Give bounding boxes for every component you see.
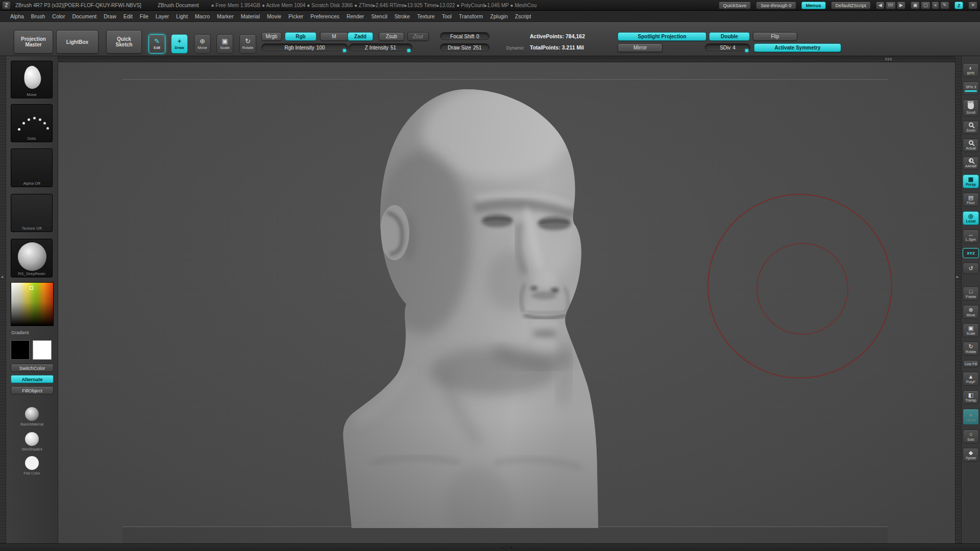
mirror-button[interactable]: Mirror — [618, 43, 663, 52]
polyf-button[interactable]: ▲ PolyF — [963, 372, 979, 386]
persp-button[interactable]: ▦ Persp — [963, 174, 979, 188]
menu-picker[interactable]: Picker — [288, 13, 303, 19]
menu-document[interactable]: Document — [72, 13, 96, 19]
current-material-thumbnail[interactable]: RS_GreyResin — [11, 239, 53, 278]
quick-sketch-button[interactable]: Quick Sketch — [106, 30, 142, 54]
color-picker-cursor[interactable] — [30, 286, 33, 290]
document-canvas[interactable]: ··· — [58, 62, 955, 543]
solo-button[interactable]: ○ Solo — [963, 430, 979, 443]
menu-movie[interactable]: Movie — [267, 13, 281, 19]
menu-file[interactable]: File — [140, 13, 149, 19]
actual-button[interactable]: Actual — [963, 139, 979, 152]
zcut-button[interactable]: Zcut — [407, 32, 429, 41]
basic-material-button[interactable] — [25, 407, 39, 421]
line-fill-button[interactable]: Line Fill — [963, 360, 979, 367]
menu-zplugin[interactable]: Zplugin — [490, 13, 507, 19]
rotate-view-button[interactable]: ↻ Rotate — [963, 342, 979, 356]
secondary-color-swatch[interactable] — [33, 340, 52, 360]
current-texture-thumbnail[interactable]: Texture Off — [11, 194, 53, 232]
menu-marker[interactable]: Marker — [217, 13, 234, 19]
menu-stencil[interactable]: Stencil — [371, 13, 387, 19]
rgb-intensity-slider[interactable]: Rgb Intensity 100 — [261, 43, 348, 52]
current-alpha-thumbnail[interactable]: Alpha Off — [11, 148, 53, 187]
right-tray-divider[interactable]: ▸ — [955, 56, 961, 543]
menu-brush[interactable]: Brush — [31, 13, 45, 19]
frame-button[interactable]: □ Frame — [963, 287, 979, 300]
menu-texture[interactable]: Texture — [417, 13, 434, 19]
dynamic-toggle[interactable]: Dynamic — [506, 45, 524, 51]
hscroll-handle[interactable] — [885, 57, 893, 61]
scroll-button[interactable]: Scroll — [963, 99, 979, 116]
spin-axis-button[interactable]: ↺ — [963, 263, 979, 274]
sdiv-handle[interactable] — [745, 49, 748, 52]
focal-shift-slider[interactable]: Focal Shift 0 — [440, 32, 489, 40]
scroll-down-icon[interactable]: ▼ — [505, 548, 508, 550]
scroll-left-icon[interactable]: ◄ — [500, 545, 504, 550]
switch-color-button[interactable]: SwitchColor — [11, 364, 54, 372]
menu-draw[interactable]: Draw — [104, 13, 116, 19]
gradient-label[interactable]: Gradient — [11, 330, 29, 335]
zscript-next-button[interactable]: ▶ — [897, 2, 905, 9]
menus-button[interactable]: Menus — [801, 2, 826, 9]
menu-light[interactable]: Light — [176, 13, 188, 19]
menu-alpha[interactable]: Alpha — [10, 13, 24, 19]
quicksave-button[interactable]: QuickSave — [719, 2, 751, 9]
edit-mode-button[interactable]: ✎ Edit — [149, 34, 165, 54]
menu-transform[interactable]: Transform — [459, 13, 483, 19]
left-tray-divider[interactable]: ◂ — [0, 56, 6, 543]
menu-render[interactable]: Render — [347, 13, 364, 19]
rgb-intensity-handle[interactable] — [343, 49, 346, 52]
palette-button[interactable]: ≡ — [932, 2, 939, 9]
doc-window-button[interactable]: ▣ — [911, 2, 920, 9]
menu-tool[interactable]: Tool — [442, 13, 452, 19]
lsym-button[interactable]: ↔ L.Sym — [963, 230, 979, 243]
document-scrollbar-horizontal[interactable] — [58, 56, 955, 62]
default-zscript-button[interactable]: DefaultZScript — [831, 2, 871, 9]
menu-material[interactable]: Material — [241, 13, 260, 19]
zscript-note-button[interactable]: !!!! — [886, 2, 896, 9]
close-button[interactable]: ✕ — [968, 2, 977, 9]
double-button[interactable]: Double — [709, 32, 750, 41]
rgb-button[interactable]: Rgb — [285, 32, 316, 41]
bpr-button[interactable]: ◐ BPR — [963, 63, 979, 77]
zbrush-corner-logo[interactable]: Z — [954, 2, 964, 9]
alternate-button[interactable]: Alternate — [11, 375, 54, 383]
xpose-button[interactable]: ◆ Xpose — [963, 448, 979, 462]
flip-button[interactable]: Flip — [753, 32, 797, 41]
scale-view-button[interactable]: ▣ Scale — [963, 323, 979, 337]
bottom-scrollbar[interactable]: ◄ ▲ ▼ ► — [0, 543, 980, 551]
draw-size-slider[interactable]: Draw Size 251 — [440, 43, 489, 52]
pen-button[interactable]: ✎ — [940, 2, 949, 9]
menu-macro[interactable]: Macro — [195, 13, 210, 19]
rotate-mode-button[interactable]: ↻ Rotate — [239, 34, 256, 54]
sdiv-slider[interactable]: SDiv 4 — [705, 43, 750, 52]
spotlight-projection-button[interactable]: Spotlight Projection — [618, 32, 706, 41]
mrgb-button[interactable]: Mrgb — [261, 32, 282, 41]
flat-color-material-button[interactable] — [25, 456, 39, 470]
activate-symmetry-button[interactable]: Activate Symmetry — [754, 43, 841, 52]
spix-slider[interactable]: SPix 3 — [963, 82, 979, 95]
zsub-button[interactable]: Zsub — [379, 32, 404, 41]
skinshade4-material-button[interactable] — [25, 432, 39, 446]
current-stroke-thumbnail[interactable]: Dots — [11, 104, 53, 142]
ghost-button[interactable]: ● Ghost — [963, 409, 979, 425]
local-button[interactable]: ◎ Local — [963, 211, 979, 225]
menu-zscript[interactable]: Zscript — [515, 13, 531, 19]
move-view-button[interactable]: ⊕ Move — [963, 305, 979, 319]
menu-edit[interactable]: Edit — [124, 13, 133, 19]
doc-window2-button[interactable]: ▢ — [921, 2, 930, 9]
color-picker[interactable] — [11, 282, 54, 326]
zscript-prev-button[interactable]: ◀ — [876, 2, 885, 9]
lightbox-button[interactable]: LightBox — [56, 30, 99, 54]
z-intensity-slider[interactable]: Z Intensity 51 — [349, 43, 412, 52]
draw-mode-button[interactable]: + Draw — [171, 34, 188, 54]
menu-preferences[interactable]: Preferences — [310, 13, 339, 19]
scroll-updown-icons[interactable]: ▲ ▼ — [505, 545, 508, 550]
scroll-right-icon[interactable]: ► — [509, 545, 513, 550]
z-intensity-handle[interactable] — [407, 49, 410, 52]
fill-object-button[interactable]: FillObject — [11, 386, 54, 394]
zadd-button[interactable]: Zadd — [348, 32, 373, 41]
transp-button[interactable]: ◧ Transp — [963, 390, 979, 404]
menu-layer[interactable]: Layer — [156, 13, 169, 19]
current-brush-thumbnail[interactable]: Move — [11, 61, 53, 98]
